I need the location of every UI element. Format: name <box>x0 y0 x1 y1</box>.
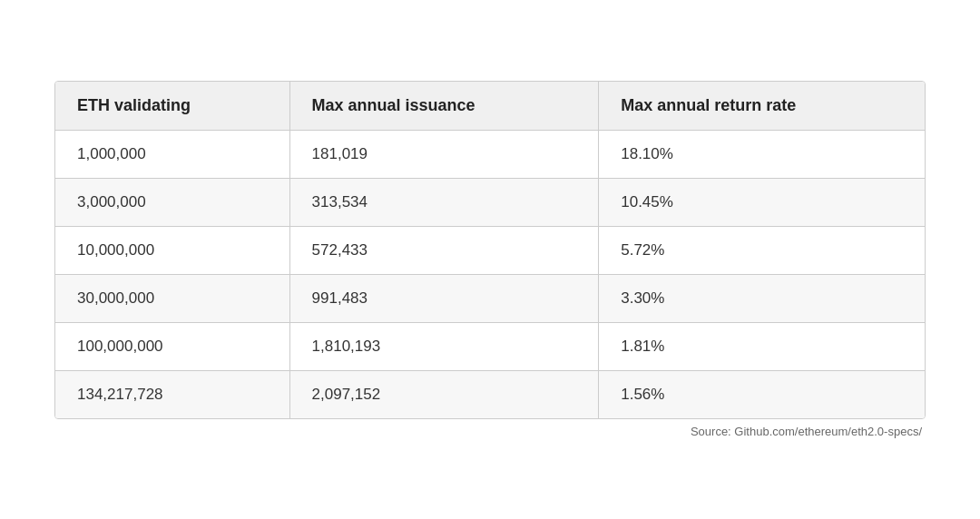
cell-issuance: 313,534 <box>289 179 599 227</box>
eth-validating-table: ETH validating Max annual issuance Max a… <box>55 82 925 418</box>
cell-issuance: 991,483 <box>289 275 599 323</box>
table-header-row: ETH validating Max annual issuance Max a… <box>55 82 925 131</box>
table-row: 1,000,000181,01918.10% <box>55 131 925 179</box>
table-row: 134,217,7282,097,1521.56% <box>55 371 925 419</box>
cell-rate: 18.10% <box>599 131 925 179</box>
cell-eth: 30,000,000 <box>55 275 289 323</box>
cell-eth: 134,217,728 <box>55 371 289 419</box>
cell-rate: 10.45% <box>599 179 925 227</box>
col-header-rate: Max annual return rate <box>599 82 925 131</box>
cell-rate: 3.30% <box>599 275 925 323</box>
source-citation: Source: Github.com/ethereum/eth2.0-specs… <box>54 425 926 438</box>
table-row: 10,000,000572,4335.72% <box>55 227 925 275</box>
col-header-issuance: Max annual issuance <box>289 82 599 131</box>
main-table-wrapper: ETH validating Max annual issuance Max a… <box>54 81 926 419</box>
cell-issuance: 572,433 <box>289 227 599 275</box>
cell-eth: 10,000,000 <box>55 227 289 275</box>
cell-rate: 5.72% <box>599 227 925 275</box>
cell-rate: 1.56% <box>599 371 925 419</box>
table-row: 3,000,000313,53410.45% <box>55 179 925 227</box>
cell-eth: 1,000,000 <box>55 131 289 179</box>
cell-issuance: 2,097,152 <box>289 371 599 419</box>
cell-eth: 100,000,000 <box>55 323 289 371</box>
table-row: 30,000,000991,4833.30% <box>55 275 925 323</box>
cell-eth: 3,000,000 <box>55 179 289 227</box>
cell-rate: 1.81% <box>599 323 925 371</box>
cell-issuance: 1,810,193 <box>289 323 599 371</box>
table-row: 100,000,0001,810,1931.81% <box>55 323 925 371</box>
col-header-eth: ETH validating <box>55 82 289 131</box>
cell-issuance: 181,019 <box>289 131 599 179</box>
